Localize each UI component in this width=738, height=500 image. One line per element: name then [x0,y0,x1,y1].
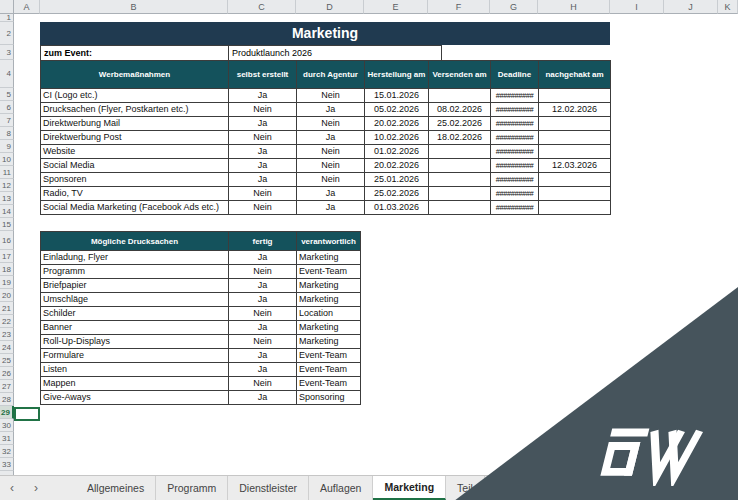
row-header-4[interactable]: 4 [0,60,14,88]
cell[interactable]: ########## [491,103,539,117]
cell[interactable]: Marketing [297,321,361,335]
cell[interactable]: Banner [41,321,229,335]
row-header-17[interactable]: 17 [0,250,14,263]
row-header-7[interactable]: 7 [0,114,14,127]
cell[interactable]: Event-Team [297,265,361,279]
row-header-2[interactable]: 2 [0,22,14,45]
column-header-A[interactable]: A [14,0,40,14]
cell[interactable]: 25.01.2026 [365,173,429,187]
column-header-J[interactable]: J [664,0,718,14]
column-header-C[interactable]: C [228,0,296,14]
row-header-26[interactable]: 26 [0,367,14,380]
tab-programm[interactable]: Programm [156,476,228,500]
cell[interactable]: Radio, TV [41,187,229,201]
row-header-14[interactable]: 14 [0,205,14,218]
header-cell[interactable]: verantwortlich [297,232,361,251]
cell[interactable]: 18.02.2026 [429,131,491,145]
cell[interactable]: Event-Team [297,349,361,363]
cell[interactable]: Briefpapier [41,279,229,293]
cell[interactable] [539,187,611,201]
cell[interactable] [429,201,491,215]
tab-dienstleister[interactable]: Dienstleister [228,476,309,500]
row-header-22[interactable]: 22 [0,315,14,328]
cell[interactable]: Ja [297,187,365,201]
cell[interactable] [539,201,611,215]
cell[interactable]: ########## [491,201,539,215]
cell[interactable]: Umschläge [41,293,229,307]
cell[interactable]: Ja [229,293,297,307]
cell[interactable]: 20.02.2026 [365,117,429,131]
header-cell[interactable]: Werbemaßnahmen [41,61,229,89]
cell[interactable]: ########## [491,187,539,201]
header-cell[interactable]: Mögliche Drucksachen [41,232,229,251]
cell[interactable]: 20.02.2026 [365,159,429,173]
row-header-20[interactable]: 20 [0,289,14,302]
cell[interactable]: 15.01.2026 [365,89,429,103]
column-header-E[interactable]: E [364,0,428,14]
cell[interactable]: 05.02.2026 [365,103,429,117]
cell[interactable]: 12.03.2026 [539,159,611,173]
cell[interactable]: Listen [41,363,229,377]
cell[interactable]: Marketing [297,251,361,265]
cell[interactable]: Formulare [41,349,229,363]
cell[interactable]: Location [297,307,361,321]
cell[interactable]: Ja [229,349,297,363]
prev-sheet-arrow-icon[interactable]: ‹ [0,476,24,500]
header-cell[interactable]: selbst erstellt [229,61,297,89]
cell[interactable]: Ja [297,103,365,117]
cell[interactable] [429,145,491,159]
column-header-D[interactable]: D [296,0,364,14]
cell[interactable] [539,145,611,159]
cell[interactable]: ########## [491,117,539,131]
row-header-30[interactable]: 30 [0,419,14,432]
cell[interactable]: Social Media Marketing (Facebook Ads etc… [41,201,229,215]
cell[interactable] [539,173,611,187]
row-header-15[interactable]: 15 [0,218,14,231]
cell[interactable]: Mappen [41,377,229,391]
cell[interactable]: 08.02.2026 [429,103,491,117]
cell[interactable]: Ja [229,89,297,103]
cell[interactable] [539,131,611,145]
header-cell[interactable]: durch Agentur [297,61,365,89]
cell[interactable] [429,89,491,103]
cell[interactable]: Sponsoring [297,391,361,405]
cell[interactable]: Ja [229,251,297,265]
cell[interactable]: Ja [297,201,365,215]
row-header-16[interactable]: 16 [0,231,14,250]
cell[interactable]: Nein [229,377,297,391]
cell[interactable] [429,159,491,173]
row-header-1[interactable]: 1 [0,14,14,22]
cell[interactable]: Ja [297,131,365,145]
cell[interactable]: Marketing [297,335,361,349]
cell[interactable] [429,173,491,187]
row-header-31[interactable]: 31 [0,432,14,445]
cell[interactable]: Event-Team [297,377,361,391]
row-header-25[interactable]: 25 [0,354,14,367]
cell[interactable]: 25.02.2026 [365,187,429,201]
row-header-29[interactable]: 29 [0,406,14,419]
cell[interactable]: Direktwerbung Post [41,131,229,145]
cell[interactable]: Nein [297,117,365,131]
cell[interactable]: ########## [491,145,539,159]
header-cell[interactable]: fertig [229,232,297,251]
cell[interactable]: Nein [229,103,297,117]
cell[interactable] [429,187,491,201]
cell[interactable]: Event-Team [297,363,361,377]
cell[interactable]: Nein [229,307,297,321]
cell[interactable]: Website [41,145,229,159]
row-header-6[interactable]: 6 [0,101,14,114]
row-header-5[interactable]: 5 [0,88,14,101]
cell[interactable]: Nein [229,201,297,215]
next-sheet-arrow-icon[interactable]: › [24,476,48,500]
cell[interactable]: Sponsoren [41,173,229,187]
header-cell[interactable]: nachgehakt am [539,61,611,89]
cell[interactable]: 12.02.2026 [539,103,611,117]
cell[interactable]: Marketing [297,293,361,307]
tab-allgemeines[interactable]: Allgemeines [76,476,156,500]
cell[interactable]: Nein [229,265,297,279]
cell[interactable]: Give-Aways [41,391,229,405]
row-header-19[interactable]: 19 [0,276,14,289]
row-header-18[interactable]: 18 [0,263,14,276]
header-cell[interactable]: Versenden am [429,61,491,89]
cell[interactable]: 01.02.2026 [365,145,429,159]
